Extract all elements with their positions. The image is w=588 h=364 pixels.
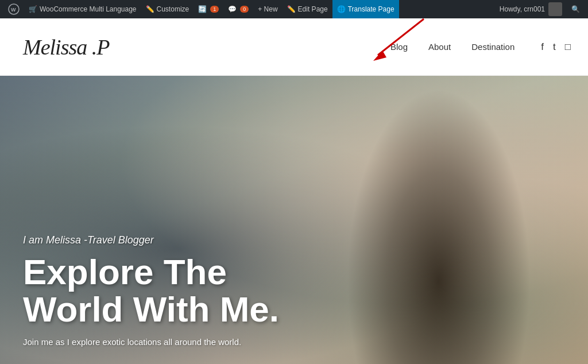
admin-bar: W 🛒 WooCommerce Multi Language ✏️ Custom… <box>0 0 588 18</box>
svg-text:W: W <box>11 7 16 13</box>
edit-icon: ✏️ <box>287 5 296 13</box>
translate-icon: 🌐 <box>337 5 346 13</box>
updates-icon: 🔄 <box>198 5 207 13</box>
comments-icon: 💬 <box>228 5 237 13</box>
edit-page-button[interactable]: ✏️ Edit Page <box>283 0 332 18</box>
updates-badge: 1 <box>210 6 219 13</box>
nav-about[interactable]: About <box>428 42 451 52</box>
nav-blog[interactable]: Blog <box>390 42 408 52</box>
site-logo: Melissa .P <box>23 34 109 60</box>
woocommerce-multiLanguage-button[interactable]: 🛒 WooCommerce Multi Language <box>24 0 141 18</box>
customize-button[interactable]: ✏️ Customize <box>141 0 194 18</box>
nav-destination[interactable]: Destination <box>471 42 514 52</box>
site-nav: Blog About Destination f t □ <box>109 41 571 53</box>
new-label: + New <box>258 5 277 13</box>
hero-subtitle: I am Melissa -Travel Blogger <box>23 234 322 246</box>
woocommerce-label: WooCommerce Multi Language <box>40 5 137 13</box>
customize-label: Customize <box>157 5 189 13</box>
hero-content: I am Melissa -Travel Blogger Explore The… <box>0 234 345 347</box>
search-icon: 🔍 <box>571 5 580 13</box>
translate-page-label: Translate Page <box>348 5 394 13</box>
new-button[interactable]: + New <box>253 0 282 18</box>
comments-badge: 0 <box>240 6 249 13</box>
site-header: Melissa .P Blog About Destination f t □ <box>0 18 588 76</box>
howdy-label: Howdy, crn001 <box>500 5 545 13</box>
social-icons: f t □ <box>541 41 571 53</box>
woocommerce-icon: 🛒 <box>29 5 37 13</box>
updates-button[interactable]: 🔄 1 <box>194 0 223 18</box>
avatar-icon <box>548 2 562 16</box>
customize-icon: ✏️ <box>146 5 154 13</box>
comments-button[interactable]: 💬 0 <box>223 0 253 18</box>
wp-logo-button[interactable]: W <box>3 0 24 18</box>
facebook-icon[interactable]: f <box>541 41 544 53</box>
instagram-icon[interactable]: □ <box>565 41 571 53</box>
translate-page-button[interactable]: 🌐 Translate Page <box>332 0 399 18</box>
howdy-button[interactable]: Howdy, crn001 <box>495 0 567 18</box>
hero-description: Join me as I explore exotic locations al… <box>23 337 322 347</box>
hero-title: Explore The World With Me. <box>23 253 322 328</box>
search-button[interactable]: 🔍 <box>567 0 585 18</box>
twitter-icon[interactable]: t <box>553 41 556 53</box>
edit-page-label: Edit Page <box>298 5 328 13</box>
hero-section: I am Melissa -Travel Blogger Explore The… <box>0 76 588 364</box>
